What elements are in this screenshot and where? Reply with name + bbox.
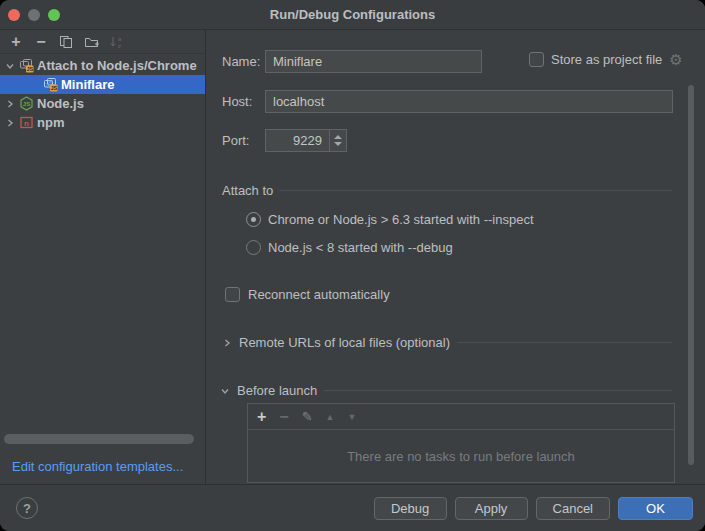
tree-item-attach-group[interactable]: JS Attach to Node.js/Chrome <box>0 56 205 75</box>
gear-icon[interactable]: ⚙ <box>669 52 682 67</box>
run-debug-configurations-dialog: Run/Debug Configurations + − az JS <box>0 0 705 531</box>
no-tasks-message: There are no tasks to run before launch <box>248 430 674 482</box>
copy-configuration-icon[interactable] <box>58 34 74 50</box>
form-vertical-scrollbar[interactable] <box>688 85 694 465</box>
nodejs-icon: JS <box>19 96 34 111</box>
before-launch-label: Before launch <box>237 383 317 398</box>
svg-text:JS: JS <box>50 85 57 91</box>
configuration-form: Name: Store as project file ⚙ Host: Port… <box>207 30 705 484</box>
chevron-right-icon[interactable] <box>4 99 16 109</box>
name-input[interactable] <box>265 50 482 73</box>
tree-item-label: Attach to Node.js/Chrome <box>37 58 197 73</box>
svg-text:JS: JS <box>23 101 30 107</box>
chevron-down-icon[interactable] <box>4 61 16 71</box>
chevron-right-icon[interactable] <box>4 118 16 128</box>
title-bar: Run/Debug Configurations <box>0 0 705 30</box>
cancel-button[interactable]: Cancel <box>536 497 610 520</box>
edit-task-icon: ✎ <box>302 409 313 424</box>
move-down-icon: ▼ <box>348 412 357 422</box>
tree-item-miniflare[interactable]: JS Miniflare <box>0 75 205 94</box>
configurations-sidebar: + − az JS Attach to Node.js/Chrome <box>0 30 206 484</box>
tree-item-label: npm <box>37 115 64 130</box>
chevron-right-icon[interactable] <box>222 338 232 348</box>
radio-unselected-icon[interactable] <box>246 240 261 255</box>
sidebar-toolbar: + − az <box>0 30 205 54</box>
increment-icon[interactable] <box>334 135 342 139</box>
radio-selected-icon[interactable] <box>246 212 261 227</box>
section-divider <box>457 342 672 343</box>
name-label: Name: <box>222 50 260 73</box>
svg-text:z: z <box>118 43 121 49</box>
port-spinner <box>265 129 347 152</box>
sort-configurations-icon: az <box>108 34 124 50</box>
radio-label: Node.js < 8 started with --debug <box>268 240 453 255</box>
tree-item-label: Miniflare <box>61 77 114 92</box>
svg-text:n: n <box>24 119 29 128</box>
before-launch-toolbar: + − ✎ ▲ ▼ <box>248 404 674 430</box>
tree-item-npm[interactable]: n npm <box>0 113 205 132</box>
tree-item-label: Node.js <box>37 96 84 111</box>
new-folder-icon[interactable] <box>83 34 99 50</box>
debug-button[interactable]: Debug <box>374 497 447 520</box>
before-launch-section-header[interactable]: Before launch <box>220 382 672 399</box>
attach-config-icon: JS <box>43 77 58 92</box>
reconnect-automatically-checkbox[interactable] <box>225 287 240 302</box>
remote-urls-label: Remote URLs of local files (optional) <box>239 335 450 350</box>
radio-label: Chrome or Node.js > 6.3 started with --i… <box>268 212 534 227</box>
host-label: Host: <box>222 90 252 113</box>
edit-configuration-templates-link[interactable]: Edit configuration templates... <box>12 459 183 474</box>
section-divider <box>324 390 672 391</box>
help-button[interactable]: ? <box>16 497 38 519</box>
dialog-title: Run/Debug Configurations <box>0 0 705 29</box>
dialog-footer: ? Debug Apply Cancel OK <box>0 484 705 531</box>
configurations-tree: JS Attach to Node.js/Chrome JS Miniflare… <box>0 56 205 132</box>
reconnect-automatically-label: Reconnect automatically <box>248 287 390 302</box>
store-as-project-file-label: Store as project file <box>551 52 662 67</box>
host-input[interactable] <box>265 90 673 113</box>
npm-icon: n <box>19 115 34 130</box>
footer-buttons: Debug Apply Cancel OK <box>374 497 693 520</box>
reconnect-automatically-row[interactable]: Reconnect automatically <box>225 285 390 303</box>
port-input[interactable] <box>265 129 330 152</box>
attach-to-section-header: Attach to <box>222 182 672 199</box>
radio-option-debug[interactable]: Node.js < 8 started with --debug <box>246 238 453 256</box>
remote-urls-section-header[interactable]: Remote URLs of local files (optional) <box>222 334 672 351</box>
svg-text:JS: JS <box>26 66 33 72</box>
tree-item-nodejs[interactable]: JS Node.js <box>0 94 205 113</box>
port-label: Port: <box>222 129 249 152</box>
radio-option-inspect[interactable]: Chrome or Node.js > 6.3 started with --i… <box>246 210 534 228</box>
attach-to-label: Attach to <box>222 183 273 198</box>
before-launch-tasks-panel: + − ✎ ▲ ▼ There are no tasks to run befo… <box>247 403 675 483</box>
store-as-project-file-checkbox[interactable] <box>529 52 544 67</box>
svg-text:a: a <box>118 36 122 42</box>
remove-task-icon: − <box>279 410 288 424</box>
decrement-icon[interactable] <box>334 142 342 146</box>
add-task-icon[interactable]: + <box>257 410 266 424</box>
remove-configuration-icon[interactable]: − <box>33 34 49 50</box>
store-as-project-file-row: Store as project file ⚙ <box>529 52 683 67</box>
move-up-icon: ▲ <box>326 412 335 422</box>
chevron-down-icon[interactable] <box>220 386 230 396</box>
sidebar-horizontal-scrollbar[interactable] <box>4 434 194 444</box>
add-configuration-icon[interactable]: + <box>8 34 24 50</box>
apply-button[interactable]: Apply <box>455 497 528 520</box>
port-stepper-buttons[interactable] <box>330 129 347 152</box>
attach-config-type-icon: JS <box>19 58 34 73</box>
section-divider <box>280 190 672 191</box>
ok-button[interactable]: OK <box>618 497 693 520</box>
